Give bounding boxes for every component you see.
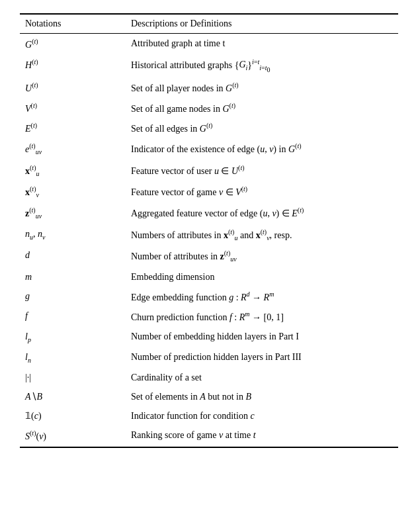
notation-cell: x(t)v — [20, 181, 126, 202]
table-row: nu, nvNumbers of attributes in x(t)u and… — [20, 224, 398, 245]
notation-cell: ln — [20, 347, 126, 368]
table-row: gEdge embedding function g : Rd → Rm — [20, 287, 398, 307]
notation-cell: 𝟙(c) — [20, 406, 126, 425]
notation-cell: z(t)uv — [20, 202, 126, 224]
description-cell: Number of prediction hidden layers in Pa… — [126, 347, 398, 368]
notation-cell: H(t) — [20, 54, 126, 77]
notation-cell: E(t) — [20, 118, 126, 138]
description-cell: Set of all edges in G(t) — [126, 118, 398, 138]
description-cell: Number of embedding hidden layers in Par… — [126, 327, 398, 347]
notation-cell: x(t)u — [20, 160, 126, 181]
table-row: lpNumber of embedding hidden layers in P… — [20, 327, 398, 347]
description-cell: Embedding dimension — [126, 267, 398, 287]
notation-cell: S(t)(v) — [20, 425, 126, 448]
table-row: x(t)vFeature vector of game v ∈ V(t) — [20, 181, 398, 202]
notation-cell: m — [20, 267, 126, 287]
notation-cell: G(t) — [20, 34, 126, 54]
table-row: z(t)uvAggregated feature vector of edge … — [20, 202, 398, 224]
description-cell: Indicator of the existence of edge (u, v… — [126, 138, 398, 159]
notation-cell: d — [20, 245, 126, 267]
description-cell: Ranking score of game v at time t — [126, 425, 398, 448]
table-row: |·|Cardinality of a set — [20, 368, 398, 387]
table-row: lnNumber of prediction hidden layers in … — [20, 347, 398, 368]
description-cell: Set of elements in A but not in B — [126, 387, 398, 406]
table-row: A∖BSet of elements in A but not in B — [20, 387, 398, 406]
description-cell: Numbers of attributes in x(t)u and x(t)v… — [126, 224, 398, 245]
description-cell: Set of all player nodes in G(t) — [126, 77, 398, 98]
table-row: x(t)uFeature vector of user u ∈ U(t) — [20, 160, 398, 181]
description-cell: Attributed graph at time t — [126, 34, 398, 54]
table-row: mEmbedding dimension — [20, 267, 398, 287]
description-cell: Churn prediction function f : Rm → [0, 1… — [126, 306, 398, 327]
notation-table: Notations Descriptions or Definitions G(… — [20, 13, 398, 448]
description-cell: Set of all game nodes in G(t) — [126, 98, 398, 118]
table-row: V(t)Set of all game nodes in G(t) — [20, 98, 398, 118]
notation-cell: |·| — [20, 368, 126, 387]
description-cell: Number of attributes in z(t)uv — [126, 245, 398, 267]
description-cell: Edge embedding function g : Rd → Rm — [126, 287, 398, 307]
table-header-row: Notations Descriptions or Definitions — [20, 14, 398, 34]
table-row: fChurn prediction function f : Rm → [0, … — [20, 306, 398, 327]
notation-cell: lp — [20, 327, 126, 347]
description-cell: Indicator function for condition c — [126, 406, 398, 425]
notation-table-container: Notations Descriptions or Definitions G(… — [20, 13, 398, 448]
header-descriptions: Descriptions or Definitions — [126, 14, 398, 34]
notation-cell: A∖B — [20, 387, 126, 406]
description-cell: Cardinality of a set — [126, 368, 398, 387]
table-row: dNumber of attributes in z(t)uv — [20, 245, 398, 267]
description-cell: Historical attributed graphs {Gi}i=ti=t0 — [126, 54, 398, 77]
table-row: H(t)Historical attributed graphs {Gi}i=t… — [20, 54, 398, 77]
notation-cell: nu, nv — [20, 224, 126, 245]
table-row: U(t)Set of all player nodes in G(t) — [20, 77, 398, 98]
table-row: E(t)Set of all edges in G(t) — [20, 118, 398, 138]
notation-cell: e(t)uv — [20, 138, 126, 159]
table-row: 𝟙(c)Indicator function for condition c — [20, 406, 398, 425]
table-row: G(t)Attributed graph at time t — [20, 34, 398, 54]
notation-cell: V(t) — [20, 98, 126, 118]
table-row: e(t)uvIndicator of the existence of edge… — [20, 138, 398, 159]
description-cell: Feature vector of game v ∈ V(t) — [126, 181, 398, 202]
description-cell: Feature vector of user u ∈ U(t) — [126, 160, 398, 181]
notation-cell: g — [20, 287, 126, 307]
table-row: S(t)(v)Ranking score of game v at time t — [20, 425, 398, 448]
description-cell: Aggregated feature vector of edge (u, v)… — [126, 202, 398, 224]
notation-cell: U(t) — [20, 77, 126, 98]
header-notations: Notations — [20, 14, 126, 34]
notation-cell: f — [20, 306, 126, 327]
